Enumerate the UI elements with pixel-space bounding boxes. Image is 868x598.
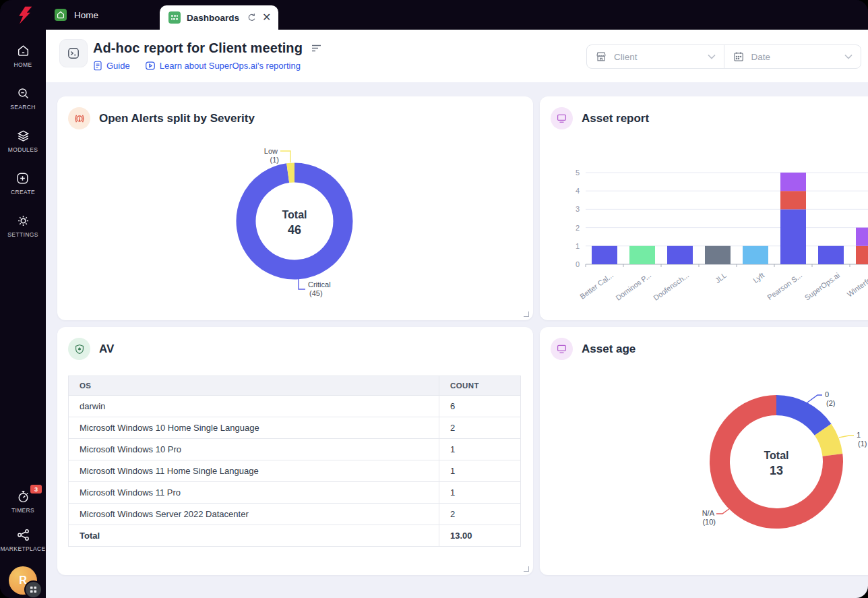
table-header-row: OS COUNT xyxy=(69,376,521,396)
cell-os: Microsoft Windows Server 2022 Datacenter xyxy=(69,504,439,525)
cell-os: Total xyxy=(69,525,439,547)
y-tick-label: 4 xyxy=(576,187,580,195)
av-table: OS COUNT darwin6Microsoft Windows 10 Hom… xyxy=(68,376,521,547)
resize-handle[interactable] xyxy=(524,566,529,572)
gear-icon xyxy=(16,214,30,228)
cell-count: 2 xyxy=(439,417,521,439)
cell-os: darwin xyxy=(69,396,439,417)
stopwatch-icon xyxy=(16,489,30,504)
sidebar-item-marketplace[interactable]: MARKETPLACE xyxy=(0,528,45,552)
dashboards-tab-icon xyxy=(168,11,181,24)
sidebar-item-label: SETTINGS xyxy=(7,231,38,238)
y-tick-label: 0 xyxy=(576,260,580,268)
table-row[interactable]: Microsoft Windows Server 2022 Datacenter… xyxy=(69,504,521,525)
callout-leader xyxy=(280,151,290,162)
superops-logo[interactable] xyxy=(11,3,35,28)
bar-segment xyxy=(705,246,731,264)
sidebar-item-label: CREATE xyxy=(11,189,35,196)
x-category-label: Doofensch... xyxy=(652,271,690,302)
x-category-label: JLL xyxy=(714,271,728,285)
table-row[interactable]: darwin6 xyxy=(69,396,521,417)
refresh-icon[interactable] xyxy=(246,13,256,23)
monitor-icon xyxy=(551,338,573,360)
slice-value: (1) xyxy=(270,156,279,164)
slice-label: Critical xyxy=(308,280,331,289)
close-tab-icon[interactable]: ✕ xyxy=(262,12,271,23)
bar-segment xyxy=(780,191,806,209)
plus-square-icon xyxy=(16,171,30,185)
alerts-donut-chart: Total46Low(1)Critical(45) xyxy=(57,96,533,320)
slice-label: Low xyxy=(264,147,278,155)
cell-count: 13.00 xyxy=(439,525,521,547)
tab-dashboards[interactable]: Dashboards ✕ xyxy=(160,5,278,30)
table-row[interactable]: Microsoft Windows 10 Pro1 xyxy=(69,439,521,460)
bar-segment xyxy=(780,173,806,191)
avatar[interactable]: R xyxy=(9,566,37,595)
callout-leader xyxy=(299,279,305,289)
page-header: Ad-hoc report for Client meeting Guide L… xyxy=(46,30,868,82)
client-filter[interactable]: Client xyxy=(587,45,724,68)
cell-os: Microsoft Windows 11 Home Single Languag… xyxy=(69,460,439,482)
widget-av[interactable]: AV OS COUNT darwin6Microsoft Windows 10 … xyxy=(57,327,533,575)
column-header-count[interactable]: COUNT xyxy=(439,376,521,396)
donut-slice-1 xyxy=(823,429,832,455)
table-row[interactable]: Microsoft Windows 11 Pro1 xyxy=(69,482,521,504)
superops-logo-glyph xyxy=(19,7,32,24)
x-category-label: Better Cal... xyxy=(578,271,615,301)
sidebar-item-create[interactable]: CREATE xyxy=(11,171,35,196)
widget-title: Asset report xyxy=(582,112,649,125)
slice-label: 1 xyxy=(857,431,861,439)
cell-count: 2 xyxy=(439,504,521,525)
app-switcher-icon[interactable] xyxy=(24,580,42,598)
donut-slice-0 xyxy=(776,405,823,429)
sidebar-item-home[interactable]: HOME xyxy=(14,44,32,68)
donut-center-total: 13 xyxy=(770,464,783,477)
sidebar-item-search[interactable]: SEARCH xyxy=(10,86,36,111)
y-tick-label: 3 xyxy=(576,205,580,213)
timers-badge: 3 xyxy=(30,485,42,494)
callout-leader xyxy=(716,508,730,514)
cell-count: 1 xyxy=(439,482,521,504)
play-video-icon xyxy=(145,61,156,71)
widget-open-alerts[interactable]: Open Alerts split by Severity Total46Low… xyxy=(57,96,533,320)
date-filter[interactable]: Date xyxy=(724,45,861,68)
bar-segment xyxy=(780,209,806,264)
widget-title: Open Alerts split by Severity xyxy=(99,112,255,125)
widget-asset-report[interactable]: Asset report 012345Better Cal...Dominos … xyxy=(540,96,868,320)
table-row[interactable]: Microsoft Windows 10 Home Single Languag… xyxy=(69,417,521,439)
asset-report-bar-chart: 012345Better Cal...Dominos P...Doofensch… xyxy=(540,96,868,320)
home-icon xyxy=(16,44,30,58)
page-title: Ad-hoc report for Client meeting xyxy=(93,40,303,56)
sidebar-item-label: MODULES xyxy=(8,146,38,153)
client-filter-label: Client xyxy=(614,52,701,62)
dashboard-canvas: Open Alerts split by Severity Total46Low… xyxy=(46,82,868,598)
monitor-icon xyxy=(551,107,573,129)
cell-count: 1 xyxy=(439,460,521,482)
cell-os: Microsoft Windows 10 Home Single Languag… xyxy=(69,417,439,439)
sidebar-item-modules[interactable]: MODULES xyxy=(8,129,38,153)
alert-icon xyxy=(68,107,90,129)
sidebar-item-timers[interactable]: 3 TIMERS xyxy=(11,489,34,514)
learn-reporting-link[interactable]: Learn about SuperOps.ai's reporting xyxy=(145,61,301,71)
x-category-label: Dominos P... xyxy=(614,271,652,302)
column-header-os[interactable]: OS xyxy=(69,376,439,396)
callout-leader xyxy=(839,436,854,438)
asset-age-donut-chart: Total130(2)1(1)N/A(10) xyxy=(540,327,868,575)
sidebar-bottom: 3 TIMERS MARKETPLACE R xyxy=(0,489,45,598)
y-tick-label: 1 xyxy=(576,242,580,250)
donut-center-label: Total xyxy=(282,209,307,220)
table-total-row[interactable]: Total13.00 xyxy=(69,525,521,547)
sidebar-nav: HOME SEARCH MODULES CREATE SETTINGS xyxy=(7,30,38,238)
table-row[interactable]: Microsoft Windows 11 Home Single Languag… xyxy=(69,460,521,482)
date-filter-label: Date xyxy=(751,52,838,62)
dashboards-tab-label: Dashboards xyxy=(187,13,239,23)
search-icon xyxy=(16,86,30,100)
widget-asset-age[interactable]: Asset age Total130(2)1(1)N/A(10) xyxy=(540,327,868,575)
shield-icon xyxy=(68,338,90,360)
tab-home[interactable]: Home xyxy=(46,0,129,30)
sort-icon[interactable] xyxy=(312,44,321,53)
sidebar-item-settings[interactable]: SETTINGS xyxy=(7,214,38,238)
slice-label: 0 xyxy=(825,390,829,398)
slice-value: (2) xyxy=(826,399,835,407)
guide-link[interactable]: Guide xyxy=(93,61,130,71)
